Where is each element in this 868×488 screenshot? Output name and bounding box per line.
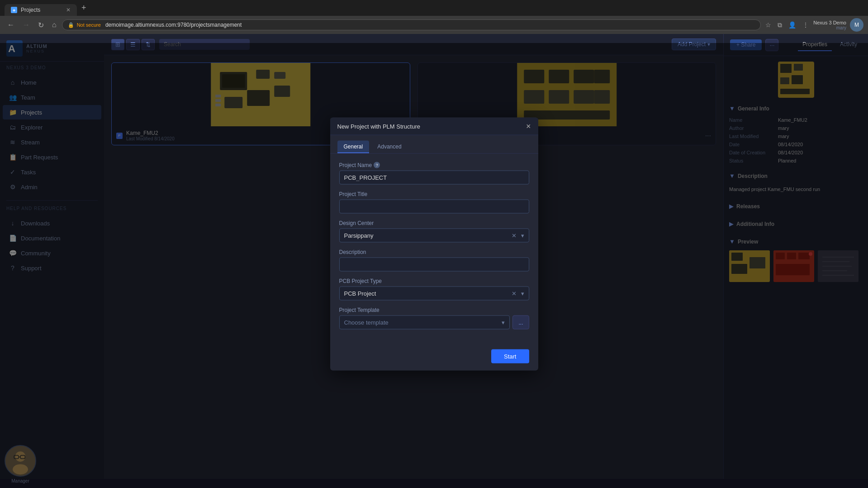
modal-close-button[interactable]: × <box>526 122 531 130</box>
modal-body: Project Name ? Project Title Design Cent… <box>330 154 538 344</box>
description-field-label: Description <box>339 249 529 255</box>
user-name: Nexus 3 Demo <box>813 20 846 25</box>
nav-bar: ← → ↻ ⌂ 🔒 Not secure demoimage.altiumnex… <box>0 16 868 34</box>
modal-tab-advanced[interactable]: Advanced <box>371 141 408 153</box>
new-tab-button[interactable]: + <box>77 3 91 13</box>
pcb-project-type-select[interactable]: PCB Project ✕ ▾ <box>339 287 529 301</box>
home-nav-button[interactable]: ⌂ <box>49 19 59 31</box>
template-select[interactable]: Choose template ▾ <box>339 316 510 330</box>
modal-footer: Start <box>330 344 538 371</box>
user-avatar[interactable]: M <box>850 18 863 32</box>
tab-label: Projects <box>21 7 40 13</box>
form-group-pcb-type: PCB Project Type PCB Project ✕ ▾ <box>339 278 529 301</box>
modal-title: New Project with PLM Structure <box>337 123 421 129</box>
template-browse-button[interactable]: ... <box>512 316 529 330</box>
modal-tab-general[interactable]: General <box>337 141 370 153</box>
user-profile-icon[interactable]: 👤 <box>787 19 798 30</box>
menu-icon[interactable]: ⋮ <box>801 19 811 30</box>
browser-tab[interactable]: ◈ Projects ✕ <box>5 4 77 16</box>
bookmark-icon[interactable]: ☆ <box>764 19 773 30</box>
design-center-value: Parsippany <box>344 232 374 239</box>
pcb-type-arrow-icon[interactable]: ▾ <box>521 290 524 297</box>
new-project-modal: New Project with PLM Structure × General… <box>330 118 538 371</box>
design-center-clear-icon[interactable]: ✕ <box>512 232 517 239</box>
extensions-icon[interactable]: ⧉ <box>776 19 784 31</box>
start-button[interactable]: Start <box>491 349 529 364</box>
design-center-select[interactable]: Parsippany ✕ ▾ <box>339 229 529 243</box>
template-row: Choose template ▾ ... <box>339 316 529 330</box>
nav-icons: ☆ ⧉ 👤 ⋮ <box>764 19 811 31</box>
design-center-label: Design Center <box>339 220 529 226</box>
description-input[interactable] <box>339 258 529 272</box>
forward-button[interactable]: → <box>20 19 33 31</box>
modal-tabs: General Advanced <box>330 135 538 154</box>
refresh-button[interactable]: ↻ <box>35 19 47 31</box>
pcb-project-type-value: PCB Project <box>344 290 376 297</box>
form-group-project-name: Project Name ? <box>339 162 529 185</box>
form-group-template: Project Template Choose template ▾ ... <box>339 307 529 330</box>
form-group-design-center: Design Center Parsippany ✕ ▾ <box>339 220 529 243</box>
pcb-type-clear-icon[interactable]: ✕ <box>512 290 517 297</box>
project-template-label: Project Template <box>339 307 529 313</box>
address-bar[interactable]: 🔒 Not secure demoimage.altiumnexus.com:9… <box>62 19 761 30</box>
project-name-input[interactable] <box>339 171 529 185</box>
not-secure-label: Not secure <box>77 22 101 28</box>
form-group-project-title: Project Title <box>339 191 529 214</box>
back-button[interactable]: ← <box>5 19 17 31</box>
modal-header: New Project with PLM Structure × <box>330 118 538 135</box>
lock-icon: 🔒 <box>68 22 74 28</box>
tab-close-icon[interactable]: ✕ <box>66 7 71 13</box>
project-title-input[interactable] <box>339 200 529 214</box>
user-info: Nexus 3 Demo mary M <box>813 18 863 32</box>
template-arrow-icon[interactable]: ▾ <box>502 319 505 326</box>
address-text: demoimage.altiumnexus.com:9780/projectsm… <box>105 22 755 28</box>
project-name-help-icon[interactable]: ? <box>374 162 380 168</box>
pcb-project-type-label: PCB Project Type <box>339 278 529 284</box>
user-sub: mary <box>813 25 846 30</box>
form-group-description: Description <box>339 249 529 272</box>
template-placeholder: Choose template <box>344 319 389 326</box>
tab-favicon: ◈ <box>11 7 17 13</box>
design-center-arrow-icon[interactable]: ▾ <box>521 232 524 239</box>
project-name-label: Project Name ? <box>339 162 529 168</box>
project-title-label: Project Title <box>339 191 529 197</box>
